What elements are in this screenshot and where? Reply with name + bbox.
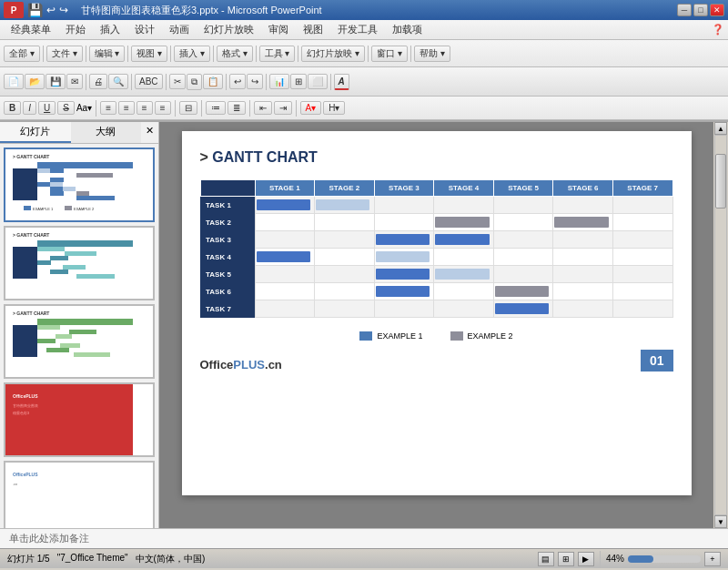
btn-slideshow-menu[interactable]: 幻灯片放映 ▾ xyxy=(301,46,365,62)
btn-font-color[interactable]: A▾ xyxy=(300,101,322,115)
slide-thumbnail-3[interactable]: 3 > GANTT CHART xyxy=(4,304,155,379)
btn-open[interactable]: 📂 xyxy=(25,74,45,89)
th-stage3: STAGE 3 xyxy=(374,180,434,197)
slide-thumb-2[interactable]: > GANTT CHART xyxy=(4,226,155,300)
btn-all[interactable]: 全部 ▾ xyxy=(4,46,40,62)
btn-align-center[interactable]: ≡ xyxy=(118,101,135,115)
minimize-button[interactable]: ─ xyxy=(677,4,692,16)
view-normal-button[interactable]: ▤ xyxy=(538,552,554,566)
btn-shape[interactable]: ⬜ xyxy=(308,74,328,89)
svg-text:> GANTT CHART: > GANTT CHART xyxy=(13,232,49,238)
maximize-button[interactable]: □ xyxy=(693,4,708,16)
btn-align-left[interactable]: ≡ xyxy=(100,101,116,115)
svg-rect-34 xyxy=(50,256,68,260)
slide-footer: OfficePLUS.cn 01 xyxy=(200,350,673,372)
btn-tools[interactable]: 工具 ▾ xyxy=(259,46,296,62)
slide-thumbnail-2[interactable]: 2 > GANTT CHART xyxy=(4,226,155,300)
th-stage4: STAGE 4 xyxy=(434,180,494,197)
btn-cut[interactable]: ✂ xyxy=(169,74,186,89)
scroll-up-button[interactable]: ▲ xyxy=(714,122,727,135)
btn-new[interactable]: 📄 xyxy=(4,74,24,89)
btn-strikethrough[interactable]: S xyxy=(57,101,75,115)
content-area: > GANTT CHART STAGE 1 STAGE 2 STAGE 3 ST… xyxy=(159,122,713,528)
menu-classic[interactable]: 经典菜单 xyxy=(4,21,58,38)
btn-text[interactable]: A xyxy=(334,74,349,90)
btn-undo[interactable]: ↩ xyxy=(229,74,246,89)
close-panel-button[interactable]: ✕ xyxy=(141,122,158,143)
menu-slideshow[interactable]: 幻灯片放映 xyxy=(197,21,261,38)
btn-bold[interactable]: B xyxy=(4,101,21,115)
gantt-bar xyxy=(257,199,310,210)
slide-thumbnail-5[interactable]: 5 OfficePLUS .cn xyxy=(4,461,155,528)
menu-review[interactable]: 审阅 xyxy=(261,21,296,38)
btn-email[interactable]: ✉ xyxy=(66,74,83,89)
language: 中文(简体，中国) xyxy=(136,553,206,565)
btn-table[interactable]: ⊞ xyxy=(290,74,307,89)
quick-undo[interactable]: ↩ xyxy=(46,4,56,16)
btn-view-menu[interactable]: 视图 ▾ xyxy=(131,46,167,62)
gantt-cell xyxy=(315,283,375,300)
btn-highlight[interactable]: H▾ xyxy=(323,101,345,115)
view-slide-sorter-button[interactable]: ⊞ xyxy=(558,552,574,566)
task-name-cell: TASK 1 xyxy=(200,197,255,214)
menu-insert[interactable]: 插入 xyxy=(93,21,127,38)
scroll-down-button[interactable]: ▼ xyxy=(714,515,727,528)
menu-view[interactable]: 视图 xyxy=(296,21,330,38)
slide-thumbnail-1[interactable]: 1 > GANTT CHART xyxy=(4,148,155,222)
btn-paste[interactable]: 📋 xyxy=(203,74,223,89)
th-stage6: STAGE 6 xyxy=(553,180,613,197)
btn-preview[interactable]: 🔍 xyxy=(108,74,128,89)
view-slideshow-button[interactable]: ▶ xyxy=(578,552,594,566)
btn-copy[interactable]: ⧉ xyxy=(187,74,202,90)
btn-format[interactable]: 格式 ▾ xyxy=(217,46,253,62)
thumb-gantt-3: > GANTT CHART xyxy=(5,306,133,377)
svg-rect-49 xyxy=(69,330,96,334)
scroll-track[interactable] xyxy=(714,135,727,515)
btn-insert-menu[interactable]: 插入 ▾ xyxy=(174,46,210,62)
menu-addins[interactable]: 加载项 xyxy=(385,21,430,38)
btn-file[interactable]: 文件 ▾ xyxy=(46,46,83,62)
zoom-in-button[interactable]: + xyxy=(704,552,721,566)
btn-print[interactable]: 🖨 xyxy=(89,74,107,89)
svg-rect-24 xyxy=(65,206,72,210)
btn-spellcheck[interactable]: ABC xyxy=(135,74,163,89)
slide-thumbnail-4[interactable]: 4 OfficePLUS 甘特图商业图表 稳重色彩3 xyxy=(4,382,155,457)
help-icon[interactable]: ❓ xyxy=(712,24,724,36)
slide-thumb-3[interactable]: > GANTT CHART xyxy=(4,304,155,379)
quick-save[interactable]: 💾 xyxy=(27,3,43,17)
tab-outline[interactable]: 大纲 xyxy=(71,122,142,143)
btn-italic[interactable]: I xyxy=(23,101,36,115)
btn-col-layout[interactable]: ⊟ xyxy=(179,101,197,115)
btn-indent-increase[interactable]: ⇥ xyxy=(274,101,292,115)
zoom-slider[interactable] xyxy=(628,555,701,563)
svg-rect-53 xyxy=(37,339,56,343)
btn-align-right[interactable]: ≡ xyxy=(136,101,153,115)
btn-save[interactable]: 💾 xyxy=(46,74,66,89)
btn-align-justify[interactable]: ≡ xyxy=(155,101,171,115)
notes-bar[interactable]: 单击此处添加备注 xyxy=(0,528,728,548)
menu-design[interactable]: 设计 xyxy=(127,21,162,38)
close-button[interactable]: ✕ xyxy=(710,4,724,16)
btn-edit[interactable]: 编辑 ▾ xyxy=(89,46,126,62)
tab-slides[interactable]: 幻灯片 xyxy=(0,122,71,143)
slide-thumb-4[interactable]: OfficePLUS 甘特图商业图表 稳重色彩3 xyxy=(4,382,155,457)
svg-rect-11 xyxy=(13,182,37,187)
btn-list-bullet[interactable]: ≣ xyxy=(228,101,246,115)
btn-chart[interactable]: 📊 xyxy=(269,74,289,89)
btn-redo[interactable]: ↪ xyxy=(247,74,263,89)
btn-list-num[interactable]: ≔ xyxy=(206,101,226,115)
btn-help[interactable]: 帮助 ▾ xyxy=(414,46,450,62)
menu-developer[interactable]: 开发工具 xyxy=(330,21,385,38)
thumb-gantt-1: > GANTT CHART xyxy=(5,149,133,220)
svg-rect-41 xyxy=(13,274,37,279)
svg-text:> GANTT CHART: > GANTT CHART xyxy=(13,310,49,316)
menu-home[interactable]: 开始 xyxy=(58,21,93,38)
btn-window[interactable]: 窗口 ▾ xyxy=(371,46,408,62)
menu-animation[interactable]: 动画 xyxy=(162,21,197,38)
btn-indent-decrease[interactable]: ⇤ xyxy=(254,101,272,115)
quick-redo[interactable]: ↪ xyxy=(59,4,68,16)
slide-thumb-5[interactable]: OfficePLUS .cn xyxy=(4,461,155,528)
scroll-thumb[interactable] xyxy=(715,154,726,209)
btn-underline[interactable]: U xyxy=(38,101,56,115)
slide-thumb-1[interactable]: > GANTT CHART xyxy=(4,148,155,222)
